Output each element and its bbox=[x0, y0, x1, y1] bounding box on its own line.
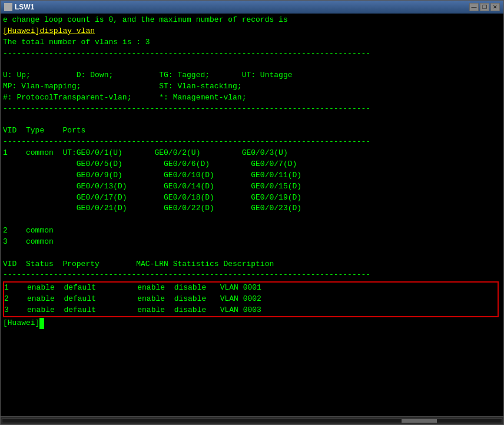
title-bar-left: LSW1 bbox=[4, 3, 34, 11]
restore-button[interactable]: ❐ bbox=[480, 3, 489, 11]
line-2: [Huawei]display vlan bbox=[3, 26, 501, 37]
line-vlan1-ports-6: GE0/0/21(D) GE0/0/22(D) GE0/0/23(D) bbox=[3, 203, 501, 214]
line-6: U: Up; D: Down; TG: Tagged; UT: Untagge bbox=[3, 70, 501, 81]
line-7: MP: Vlan-mapping; ST: Vlan-stacking; bbox=[3, 81, 501, 92]
line-vid2-status: 2 enable default enable disable VLAN 000… bbox=[4, 294, 498, 305]
line-9: ----------------------------------------… bbox=[3, 104, 501, 115]
line-blank-1 bbox=[3, 214, 501, 225]
line-vid-status-header: VID Status Property MAC-LRN Statistics D… bbox=[3, 259, 501, 270]
line-vlan1-ports-4: GE0/0/13(D) GE0/0/14(D) GE0/0/15(D) bbox=[3, 181, 501, 192]
line-10 bbox=[3, 115, 501, 126]
line-vlan1-ports-2: GE0/0/5(D) GE0/0/6(D) GE0/0/7(D) bbox=[3, 159, 501, 170]
line-vid-header: VID Type Ports bbox=[3, 125, 501, 137]
window-controls[interactable]: — ❐ ✕ bbox=[469, 3, 500, 11]
app-icon bbox=[4, 3, 12, 11]
line-prompt: [Huawei] bbox=[3, 318, 501, 329]
close-button[interactable]: ✕ bbox=[490, 3, 500, 11]
scrollbar-track[interactable] bbox=[2, 419, 502, 423]
line-3: The total number of vlans is : 3 bbox=[3, 37, 501, 48]
line-5 bbox=[3, 59, 501, 70]
window-title: LSW1 bbox=[15, 3, 34, 11]
line-vlan2: 2 common bbox=[3, 225, 501, 237]
title-bar: LSW1 — ❐ ✕ bbox=[1, 1, 503, 14]
line-vid3-status: 3 enable default enable disable VLAN 000… bbox=[4, 305, 498, 316]
minimize-button[interactable]: — bbox=[469, 3, 479, 11]
line-vlan1-ports-5: GE0/0/17(D) GE0/0/18(D) GE0/0/19(D) bbox=[3, 192, 501, 204]
highlighted-rows-block: 1 enable default enable disable VLAN 000… bbox=[3, 281, 499, 317]
scrollbar-thumb[interactable] bbox=[402, 419, 437, 423]
line-11: ----------------------------------------… bbox=[3, 137, 501, 148]
line-vlan3: 3 common bbox=[3, 237, 501, 248]
line-4: ----------------------------------------… bbox=[3, 48, 501, 59]
line-separator: ----------------------------------------… bbox=[3, 270, 501, 281]
line-vlan1-ports-3: GE0/0/9(D) GE0/0/10(D) GE0/0/11(D) bbox=[3, 170, 501, 181]
line-8: #: ProtocolTransparent-vlan; *: Manageme… bbox=[3, 92, 501, 104]
scrollbar-area[interactable] bbox=[1, 416, 503, 424]
line-vlan1-ports-1: 1 common UT:GE0/0/1(U) GE0/0/2(U) GE0/0/… bbox=[3, 148, 501, 159]
line-vid1-status: 1 enable default enable disable VLAN 000… bbox=[4, 283, 498, 294]
main-window: LSW1 — ❐ ✕ e change loop count is 0, and… bbox=[0, 0, 504, 425]
line-blank-2 bbox=[3, 248, 501, 259]
terminal-area[interactable]: e change loop count is 0, and the maximu… bbox=[1, 14, 503, 416]
line-1: e change loop count is 0, and the maximu… bbox=[3, 15, 501, 26]
